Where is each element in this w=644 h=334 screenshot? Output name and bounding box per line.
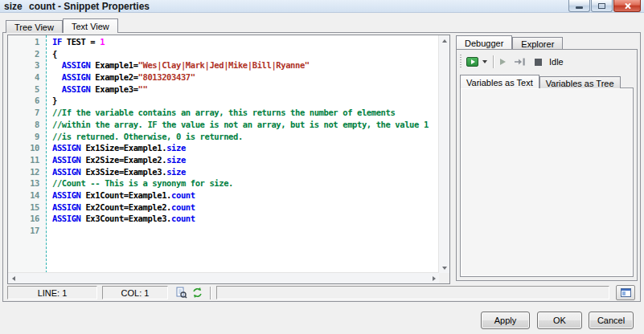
line-number: 17 (8, 225, 47, 237)
line-indicator: LINE: 1 (7, 286, 97, 299)
line-number: 16 (8, 213, 47, 225)
code-line[interactable]: 12ASSIGN Ex3Size=Example3.size (8, 166, 439, 178)
line-number: 5 (8, 84, 47, 96)
line-number: 15 (8, 202, 47, 214)
line-number: 4 (8, 71, 47, 84)
code-text: //If the variable contains an array, thi… (47, 107, 395, 119)
code-text: IF TEST = 1 (47, 36, 105, 48)
code-line[interactable]: 4 ASSIGN Example2="8013203437" (8, 71, 439, 84)
code-line[interactable]: 2{ (8, 48, 439, 60)
line-number: 8 (8, 119, 47, 131)
code-text: ASSIGN Ex3Count=Example3.count (47, 213, 195, 225)
stop-icon[interactable] (535, 59, 542, 66)
code-text: ASSIGN Example3="" (47, 84, 147, 96)
start-debug-button[interactable] (466, 57, 487, 67)
code-line[interactable]: 7//If the variable contains an array, th… (8, 107, 439, 119)
scroll-up-button[interactable] (439, 35, 449, 46)
continue-icon[interactable] (500, 59, 506, 65)
line-number: 2 (8, 48, 47, 60)
code-text (47, 225, 52, 237)
background-window-title: size (4, 1, 23, 12)
cancel-button[interactable]: Cancel (589, 312, 634, 329)
code-text: //within the array. IF the value is not … (47, 119, 429, 131)
arrow-left-icon (12, 276, 15, 281)
code-line[interactable]: 8//within the array. IF the value is not… (8, 119, 439, 131)
dialog-title: count - Snippet Properties (29, 1, 150, 12)
close-button[interactable] (613, 0, 641, 12)
title-bar: size count - Snippet Properties (0, 0, 644, 13)
code-line[interactable]: 13//Count -- This is a synonym for size. (8, 177, 439, 189)
debugger-panel: Idle Variables as Text Variables as Tree (456, 49, 638, 281)
code-text: { (47, 48, 57, 60)
scroll-right-button[interactable] (429, 273, 439, 283)
step-button[interactable] (514, 57, 526, 67)
code-text: ASSIGN Example1="Wes|Clay|Mark|Jed|Mike|… (47, 59, 310, 71)
step-into-icon (514, 57, 526, 67)
debugger-state: Idle (549, 57, 564, 67)
code-text: ASSIGN Example2="8013203437" (47, 71, 195, 84)
code-line[interactable]: 3 ASSIGN Example1="Wes|Clay|Mark|Jed|Mik… (8, 59, 439, 71)
line-number: 14 (8, 189, 47, 202)
chevron-down-icon (482, 60, 487, 63)
variables-tabs: Variables as Text Variables as Tree (460, 75, 621, 88)
scroll-down-button[interactable] (439, 263, 449, 273)
run-icon (466, 57, 478, 67)
scroll-left-button[interactable] (8, 273, 18, 283)
vertical-scrollbar[interactable] (438, 35, 449, 273)
window-controls (568, 0, 641, 12)
toolbar-grip (460, 55, 461, 69)
line-number: 10 (8, 142, 47, 154)
variables-output-area[interactable] (460, 88, 634, 277)
window-layout-icon (621, 288, 631, 297)
tab-text-view[interactable]: Text View (63, 18, 118, 33)
code-line[interactable]: 15ASSIGN Ex2Count=Example2.count (8, 202, 439, 214)
arrow-right-icon (433, 276, 436, 281)
snippet-properties-dialog: { "title_bar": { "background_window_titl… (0, 0, 644, 334)
code-lines: 1IF TEST = 12{3 ASSIGN Example1="Wes|Cla… (8, 36, 439, 237)
maximize-icon (598, 3, 605, 9)
line-number: 1 (8, 36, 47, 48)
code-editor[interactable]: 1IF TEST = 12{3 ASSIGN Example1="Wes|Cla… (7, 35, 450, 284)
code-line[interactable]: 16ASSIGN Ex3Count=Example3.count (8, 213, 439, 225)
code-line[interactable]: 11ASSIGN Ex2Size=Example2.size (8, 154, 439, 166)
horizontal-scrollbar[interactable] (8, 272, 439, 283)
minimize-button[interactable] (568, 0, 590, 12)
code-line[interactable]: 14ASSIGN Ex1Count=Example1.count (8, 189, 439, 202)
scrollbar-corner (439, 273, 449, 283)
ok-button[interactable]: OK (537, 312, 582, 329)
code-edit-area[interactable]: 1IF TEST = 12{3 ASSIGN Example1="Wes|Cla… (8, 35, 439, 273)
code-line[interactable]: 17 (8, 225, 439, 237)
tab-variables-as-text[interactable]: Variables as Text (460, 75, 539, 88)
code-text: ASSIGN Ex3Size=Example3.size (47, 166, 186, 178)
debugger-toolbar: Idle (458, 52, 635, 71)
tab-tree-view[interactable]: Tree View (6, 20, 63, 33)
tab-debugger[interactable]: Debugger (456, 35, 512, 49)
line-number: 13 (8, 177, 47, 189)
tab-explorer[interactable]: Explorer (512, 37, 563, 49)
code-text: ASSIGN Ex2Size=Example2.size (47, 154, 186, 166)
code-line[interactable]: 5 ASSIGN Example3="" (8, 84, 439, 96)
code-line[interactable]: 10ASSIGN Ex1Size=Example1.size (8, 142, 439, 154)
code-line[interactable]: 9//is returned. Otherwise, 0 is returned… (8, 131, 439, 143)
syntax-check-icon[interactable] (191, 287, 203, 299)
text-view-page: 1IF TEST = 12{3 ASSIGN Example1="Wes|Cla… (2, 32, 641, 302)
line-number: 6 (8, 95, 47, 107)
line-indicator-text: LINE: 1 (38, 288, 68, 298)
maximize-button[interactable] (591, 0, 613, 12)
line-number: 11 (8, 154, 47, 166)
view-tabs: Tree View Text View (6, 18, 118, 33)
code-line[interactable]: 6} (8, 95, 439, 107)
column-indicator: COL: 1 (102, 286, 168, 299)
status-separator (210, 287, 211, 299)
status-message-panel (216, 286, 609, 299)
close-icon (624, 2, 631, 10)
tab-variables-as-tree[interactable]: Variables as Tree (539, 76, 621, 88)
layout-toggle-button[interactable] (616, 285, 635, 300)
toolbar-separator (493, 55, 494, 68)
validate-script-icon[interactable] (175, 287, 187, 299)
code-text: } (47, 95, 57, 107)
apply-button[interactable]: Apply (481, 312, 530, 329)
code-line[interactable]: 1IF TEST = 1 (8, 36, 439, 48)
line-number: 3 (8, 59, 47, 71)
arrow-down-icon (442, 267, 447, 270)
